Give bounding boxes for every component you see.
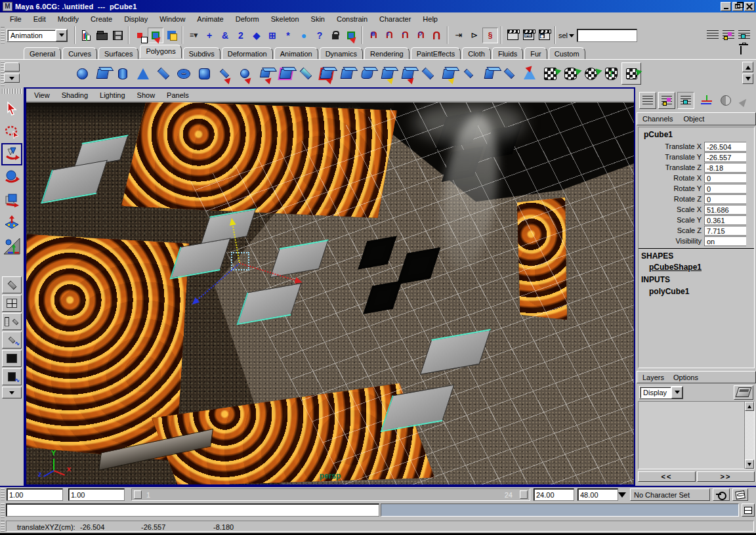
range-start-handle[interactable] bbox=[134, 490, 142, 499]
hyperbolic-mode-button[interactable] bbox=[736, 92, 753, 109]
menu-create[interactable]: Create bbox=[85, 14, 118, 24]
channel-label[interactable]: Visibility bbox=[639, 237, 704, 245]
shelf-triangulate-button[interactable] bbox=[296, 62, 316, 85]
viewport-menu-panels[interactable]: Panels bbox=[167, 91, 189, 99]
shelf-tab-fur[interactable]: Fur bbox=[524, 47, 547, 60]
channel-value-field[interactable]: on bbox=[704, 236, 746, 246]
shelf-uv-cylindrical-button[interactable] bbox=[560, 62, 580, 85]
layout-persp-hypershade-button[interactable]: ∿ bbox=[2, 368, 22, 385]
layer-type-dropdown-icon[interactable] bbox=[671, 387, 682, 398]
new-scene-button[interactable] bbox=[78, 28, 94, 43]
layout-persp-graph-button[interactable]: ∿ bbox=[2, 332, 22, 349]
menu-modify[interactable]: Modify bbox=[52, 14, 85, 24]
menu-window[interactable]: Window bbox=[154, 14, 191, 24]
animation-start-field[interactable] bbox=[68, 488, 125, 501]
shelf-combine-button[interactable] bbox=[235, 62, 255, 85]
viewport-menu-view[interactable]: View bbox=[34, 91, 50, 99]
select-deformations-button[interactable]: ⊞ bbox=[264, 28, 280, 43]
shelf-mirror-geometry-button[interactable] bbox=[337, 62, 356, 85]
character-set-menu-button[interactable] bbox=[615, 488, 629, 501]
minimize-button[interactable] bbox=[721, 2, 731, 11]
layer-next-button[interactable]: >> bbox=[697, 471, 755, 482]
show-channel-box-button[interactable] bbox=[736, 28, 752, 43]
range-end-handle[interactable] bbox=[520, 490, 528, 499]
shelf-uv-texture-editor-button[interactable] bbox=[621, 62, 641, 85]
shelf-tab-cloth[interactable]: Cloth bbox=[462, 47, 491, 60]
shelf-scroll-down-button[interactable] bbox=[742, 74, 753, 84]
shelf-trash-button[interactable] bbox=[740, 46, 751, 56]
quick-select-input[interactable] bbox=[577, 29, 637, 42]
playback-end-field[interactable] bbox=[534, 488, 574, 501]
window-titlebar[interactable]: M Maya 6.0CG: .\untitled --- pCube1 bbox=[0, 0, 756, 12]
shelf-tab-rendering[interactable]: Rendering bbox=[364, 47, 410, 60]
animation-preferences-button[interactable] bbox=[732, 488, 748, 501]
shelf-wedge-faces-button[interactable] bbox=[499, 62, 519, 85]
highlight-selection-button[interactable] bbox=[343, 28, 359, 43]
channels-menu[interactable]: Channels bbox=[642, 115, 673, 123]
select-object-button[interactable] bbox=[148, 28, 163, 43]
restore-button[interactable] bbox=[732, 2, 743, 11]
channel-value-field[interactable]: 7.715 bbox=[704, 226, 746, 236]
menu-deform[interactable]: Deform bbox=[230, 14, 265, 24]
object-menu[interactable]: Object bbox=[683, 115, 704, 123]
snap-to-grids-button[interactable]: U⊞ bbox=[366, 28, 381, 43]
poly-cube-platform[interactable] bbox=[41, 160, 107, 204]
shelf-poly-sphere-button[interactable] bbox=[72, 62, 92, 85]
toolbox-grip[interactable] bbox=[2, 89, 22, 94]
shelf-scroll-up-button[interactable] bbox=[742, 62, 753, 72]
menu-constrain[interactable]: Constrain bbox=[331, 14, 373, 24]
selected-node-name[interactable]: pCube1 bbox=[639, 129, 754, 141]
show-tool-settings-button[interactable] bbox=[721, 28, 736, 43]
move-tool-button[interactable] bbox=[1, 143, 22, 165]
select-dynamics-button[interactable]: * bbox=[280, 28, 296, 43]
shelf-tab-polygons[interactable]: Polygons bbox=[140, 45, 181, 58]
channel-label[interactable]: Translate Z bbox=[639, 163, 704, 171]
shelf-tab-fluids[interactable]: Fluids bbox=[492, 47, 523, 60]
layer-type-selector[interactable]: Display bbox=[639, 386, 683, 399]
channel-value-field[interactable]: 0 bbox=[704, 184, 746, 194]
ipr-render-button[interactable]: IPR bbox=[520, 28, 536, 43]
shelf-booleans-button[interactable] bbox=[276, 62, 295, 85]
layer-editor-view-button[interactable] bbox=[658, 92, 675, 109]
input-connections-button[interactable]: ⇥ bbox=[451, 28, 467, 43]
layout-hypergraph-persp-button[interactable] bbox=[2, 350, 22, 367]
viewport-menu-lighting[interactable]: Lighting bbox=[100, 91, 125, 99]
shape-node-name[interactable]: pCubeShape1 bbox=[639, 261, 754, 272]
shelf-uv-automatic-button[interactable]: T bbox=[601, 62, 621, 85]
select-rendering-button[interactable]: ● bbox=[296, 28, 312, 43]
channel-label[interactable]: Translate X bbox=[639, 142, 704, 150]
scroll-up-button[interactable] bbox=[745, 402, 754, 411]
channel-label[interactable]: Rotate X bbox=[639, 174, 704, 182]
snap-to-curves-button[interactable]: U2 bbox=[381, 28, 397, 43]
shelf-tab-curves[interactable]: Curves bbox=[62, 47, 97, 60]
command-line-input[interactable] bbox=[6, 503, 379, 517]
select-component-button[interactable] bbox=[163, 28, 179, 43]
menu-file[interactable]: File bbox=[4, 14, 28, 24]
menu-set-selector[interactable]: Animation bbox=[7, 29, 68, 42]
channel-box-view-button[interactable] bbox=[639, 92, 656, 109]
shelf-extrude-face-button[interactable] bbox=[377, 62, 397, 85]
shelf-append-polygon-button[interactable] bbox=[418, 62, 438, 85]
construction-history-button[interactable]: § bbox=[482, 28, 498, 43]
make-live-button[interactable]: U bbox=[429, 28, 444, 43]
layout-persp-outliner-button[interactable] bbox=[2, 313, 22, 330]
scale-tool-button[interactable] bbox=[1, 189, 22, 211]
shelf-separate-button[interactable] bbox=[255, 62, 275, 85]
menu-skin[interactable]: Skin bbox=[305, 14, 331, 24]
shelf-tab-subdivs[interactable]: Subdivs bbox=[183, 47, 220, 60]
shelf-tab-painteffects[interactable]: PaintEffects bbox=[411, 47, 461, 60]
select-points-button[interactable]: + bbox=[201, 28, 217, 43]
viewport-canvas[interactable]: Y x z persp bbox=[26, 102, 634, 484]
render-current-frame-button[interactable] bbox=[505, 28, 520, 43]
layer-list[interactable] bbox=[638, 401, 755, 469]
render-globals-button[interactable]: ◉ bbox=[536, 28, 552, 43]
menu-animate[interactable]: Animate bbox=[191, 14, 229, 24]
menu-help[interactable]: Help bbox=[417, 14, 444, 24]
shelf-poly-cylinder-button[interactable] bbox=[113, 62, 133, 85]
select-surfaces-button[interactable]: ◆ bbox=[249, 28, 264, 43]
shelf-smooth-button[interactable] bbox=[194, 62, 214, 85]
channel-value-field[interactable]: 51.686 bbox=[704, 205, 746, 215]
shelf-tab-custom[interactable]: Custom bbox=[549, 47, 585, 60]
show-attribute-editor-button[interactable] bbox=[705, 28, 721, 43]
animation-end-field[interactable] bbox=[578, 488, 618, 501]
